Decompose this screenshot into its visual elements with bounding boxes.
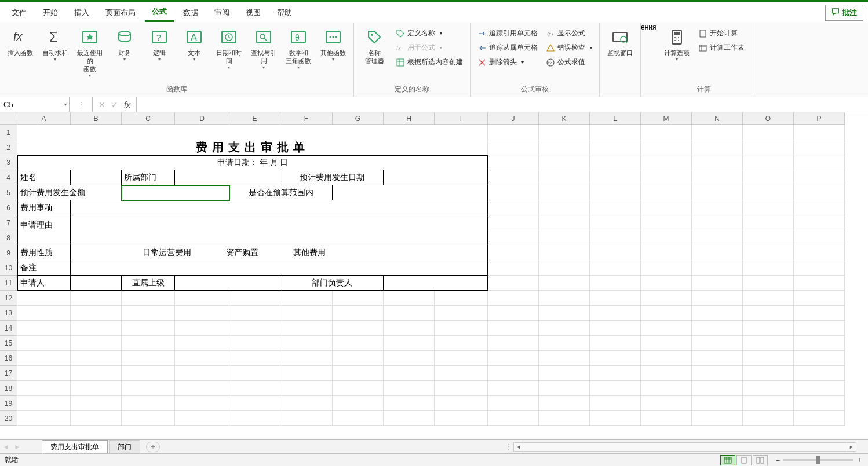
cell[interactable] xyxy=(384,381,435,396)
cell[interactable] xyxy=(794,336,845,351)
cell[interactable] xyxy=(488,336,539,351)
cell[interactable] xyxy=(794,381,845,396)
cell[interactable] xyxy=(333,321,384,336)
select-all-corner[interactable] xyxy=(0,112,17,125)
row-header[interactable]: 10 xyxy=(0,260,17,276)
cell[interactable] xyxy=(794,125,845,140)
text-button[interactable]: A 文本 ▾ xyxy=(177,25,211,64)
cell[interactable] xyxy=(175,366,229,381)
cell[interactable] xyxy=(641,306,692,321)
cell[interactable] xyxy=(17,366,71,381)
cell[interactable] xyxy=(743,215,794,230)
cell[interactable] xyxy=(743,306,794,321)
cell[interactable] xyxy=(488,140,539,155)
row-header[interactable]: 7 xyxy=(0,215,17,230)
cell[interactable] xyxy=(641,411,692,426)
cell[interactable] xyxy=(794,396,845,411)
zoom-out-button[interactable]: − xyxy=(776,456,780,464)
cell[interactable] xyxy=(641,125,692,140)
cell[interactable] xyxy=(641,321,692,336)
cell[interactable] xyxy=(122,291,175,306)
cell[interactable] xyxy=(175,381,229,396)
cell[interactable] xyxy=(743,396,794,411)
column-header[interactable]: G xyxy=(333,112,384,125)
cell[interactable] xyxy=(280,396,333,411)
cell[interactable] xyxy=(384,366,435,381)
cell[interactable] xyxy=(539,215,590,230)
cell[interactable] xyxy=(743,260,794,276)
cell[interactable] xyxy=(333,185,488,200)
cell[interactable] xyxy=(641,245,692,260)
cell[interactable] xyxy=(590,291,641,306)
cell[interactable] xyxy=(794,291,845,306)
cell[interactable] xyxy=(641,230,692,245)
cell[interactable] xyxy=(539,125,590,140)
cell[interactable] xyxy=(71,396,122,411)
sheet-tab-expense-form[interactable]: 费用支出审批单 xyxy=(42,440,108,454)
cell[interactable] xyxy=(122,396,175,411)
cell[interactable] xyxy=(539,306,590,321)
cell[interactable] xyxy=(641,336,692,351)
cell[interactable] xyxy=(692,381,743,396)
row-header[interactable]: 19 xyxy=(0,396,17,411)
row-header[interactable]: 5 xyxy=(0,185,17,200)
cell[interactable] xyxy=(435,411,488,426)
cell[interactable] xyxy=(692,140,743,155)
cell[interactable] xyxy=(794,245,845,260)
cell[interactable] xyxy=(641,215,692,230)
row-header[interactable]: 11 xyxy=(0,276,17,291)
cell[interactable] xyxy=(794,276,845,291)
cell[interactable] xyxy=(488,321,539,336)
cell[interactable] xyxy=(71,306,122,321)
cancel-icon[interactable]: ✕ xyxy=(99,100,105,109)
cell[interactable] xyxy=(488,155,539,170)
cell[interactable] xyxy=(641,140,692,155)
cell[interactable] xyxy=(692,306,743,321)
cell[interactable] xyxy=(229,366,280,381)
cell[interactable] xyxy=(17,336,71,351)
cell[interactable] xyxy=(175,291,229,306)
cell[interactable] xyxy=(590,381,641,396)
cell[interactable] xyxy=(743,381,794,396)
cell[interactable] xyxy=(333,351,384,366)
watch-window-button[interactable]: 监视窗口 xyxy=(603,25,637,59)
cell[interactable] xyxy=(692,351,743,366)
cell[interactable] xyxy=(488,411,539,426)
cell[interactable] xyxy=(692,260,743,276)
calculate-sheet-button[interactable]: 计算工作表 xyxy=(695,41,748,54)
evaluate-formula-button[interactable]: fx 公式求值 xyxy=(542,56,596,69)
cell[interactable] xyxy=(122,381,175,396)
cell[interactable] xyxy=(590,306,641,321)
formula-input[interactable] xyxy=(137,97,868,112)
cell[interactable] xyxy=(794,351,845,366)
cell[interactable] xyxy=(175,306,229,321)
cell[interactable] xyxy=(743,351,794,366)
cell[interactable] xyxy=(794,200,845,215)
cell[interactable] xyxy=(641,276,692,291)
cell[interactable] xyxy=(175,321,229,336)
cell[interactable] xyxy=(488,215,539,230)
cell[interactable] xyxy=(488,351,539,366)
sheet-tab-department[interactable]: 部门 xyxy=(109,440,140,454)
annotate-button[interactable]: 批注 xyxy=(825,5,863,21)
cell[interactable] xyxy=(71,276,122,291)
cell[interactable] xyxy=(229,396,280,411)
cell[interactable] xyxy=(17,230,71,245)
row-header[interactable]: 6 xyxy=(0,200,17,215)
cell[interactable] xyxy=(743,411,794,426)
cell[interactable] xyxy=(122,366,175,381)
cell[interactable] xyxy=(17,291,71,306)
cell[interactable] xyxy=(384,170,488,185)
column-header[interactable]: F xyxy=(280,112,333,125)
column-header[interactable]: C xyxy=(122,112,175,125)
cell[interactable] xyxy=(590,230,641,245)
cell[interactable] xyxy=(280,366,333,381)
cell[interactable] xyxy=(175,396,229,411)
cell[interactable] xyxy=(17,411,71,426)
row-header[interactable]: 12 xyxy=(0,291,17,306)
row-header[interactable]: 18 xyxy=(0,381,17,396)
cell[interactable] xyxy=(590,215,641,230)
cell[interactable] xyxy=(539,155,590,170)
cell[interactable] xyxy=(280,306,333,321)
cell[interactable] xyxy=(435,351,488,366)
